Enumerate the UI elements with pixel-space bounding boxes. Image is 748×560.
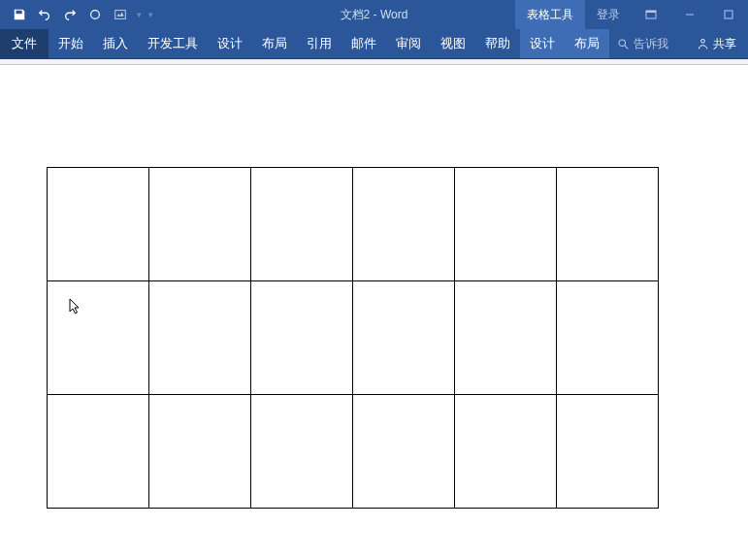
table-cell[interactable] xyxy=(455,168,557,281)
ribbon-display-button[interactable] xyxy=(632,0,670,29)
circle-icon xyxy=(88,8,102,21)
start-over-button[interactable] xyxy=(83,3,107,26)
table-row[interactable] xyxy=(48,281,659,395)
share-label: 共享 xyxy=(713,36,736,52)
tab-review[interactable]: 审阅 xyxy=(386,29,431,58)
save-button[interactable] xyxy=(8,3,31,26)
ribbon-options-icon xyxy=(645,10,657,19)
tab-table-layout[interactable]: 布局 xyxy=(565,29,609,58)
table-cell[interactable] xyxy=(251,395,353,509)
table-cell[interactable] xyxy=(353,281,455,395)
table-cell[interactable] xyxy=(455,395,557,509)
table-cell[interactable] xyxy=(557,281,659,395)
share-icon xyxy=(697,38,709,50)
sign-in-button[interactable]: 登录 xyxy=(585,0,632,29)
table-cell[interactable] xyxy=(149,168,251,281)
undo-icon xyxy=(38,8,51,21)
svg-rect-3 xyxy=(646,11,656,13)
app-name: Word xyxy=(380,8,407,21)
qat-dropdown-2[interactable]: ▾ xyxy=(146,10,155,19)
tab-design[interactable]: 设计 xyxy=(208,29,252,58)
title-bar-right: 表格工具 登录 xyxy=(515,0,748,29)
tab-layout[interactable]: 布局 xyxy=(252,29,297,58)
table-cell[interactable] xyxy=(353,395,455,509)
tab-view[interactable]: 视图 xyxy=(431,29,475,58)
minimize-icon xyxy=(684,9,696,20)
table-cell[interactable] xyxy=(48,168,149,281)
table-cell[interactable] xyxy=(149,395,251,509)
qat-dropdown[interactable]: ▾ xyxy=(134,10,144,19)
tell-me-input[interactable] xyxy=(634,37,676,50)
table-cell[interactable] xyxy=(353,168,455,281)
minimize-button[interactable] xyxy=(670,0,709,29)
touch-mode-button[interactable] xyxy=(109,3,132,26)
quick-access-toolbar: ▾ ▾ xyxy=(0,3,155,26)
table-cell[interactable] xyxy=(251,168,353,281)
search-icon xyxy=(617,38,630,50)
svg-point-8 xyxy=(701,39,705,43)
table-cell[interactable] xyxy=(48,281,149,395)
table-cell[interactable] xyxy=(251,281,353,395)
table-cell[interactable] xyxy=(455,281,557,395)
undo-button[interactable] xyxy=(33,3,56,26)
tab-table-design[interactable]: 设计 xyxy=(520,29,565,58)
document-table[interactable] xyxy=(47,167,659,509)
maximize-button[interactable] xyxy=(709,0,748,29)
table-row[interactable] xyxy=(48,168,659,281)
table-cell[interactable] xyxy=(557,168,659,281)
tab-insert[interactable]: 插入 xyxy=(93,29,138,58)
table-cell[interactable] xyxy=(149,281,251,395)
save-icon xyxy=(13,8,26,21)
redo-icon xyxy=(63,8,77,21)
tab-mailings[interactable]: 邮件 xyxy=(341,29,386,58)
ribbon-tabs: 文件 开始 插入 开发工具 设计 布局 引用 邮件 审阅 视图 帮助 设计 布局… xyxy=(0,29,748,59)
table-tools-group: 表格工具 xyxy=(515,0,585,29)
maximize-icon xyxy=(723,9,734,20)
svg-rect-1 xyxy=(115,11,126,19)
tab-developer[interactable]: 开发工具 xyxy=(138,29,208,58)
svg-point-0 xyxy=(91,11,100,19)
doc-name: 文档2 xyxy=(341,8,371,21)
svg-rect-5 xyxy=(725,11,732,18)
table-row[interactable] xyxy=(48,395,659,509)
tell-me-search[interactable] xyxy=(609,29,684,58)
window-title: 文档2 - Word xyxy=(341,7,408,23)
table-cell[interactable] xyxy=(557,395,659,509)
picture-icon xyxy=(114,8,127,21)
tab-file[interactable]: 文件 xyxy=(0,29,49,58)
svg-line-7 xyxy=(625,46,628,49)
title-bar: ▾ ▾ 文档2 - Word 表格工具 登录 xyxy=(0,0,748,29)
table-cell[interactable] xyxy=(48,395,149,509)
tab-home[interactable]: 开始 xyxy=(49,29,93,58)
tab-help[interactable]: 帮助 xyxy=(475,29,520,58)
document-area[interactable] xyxy=(0,65,748,509)
tab-references[interactable]: 引用 xyxy=(297,29,341,58)
svg-point-6 xyxy=(619,40,626,47)
redo-button[interactable] xyxy=(58,3,81,26)
share-button[interactable]: 共享 xyxy=(685,29,748,58)
